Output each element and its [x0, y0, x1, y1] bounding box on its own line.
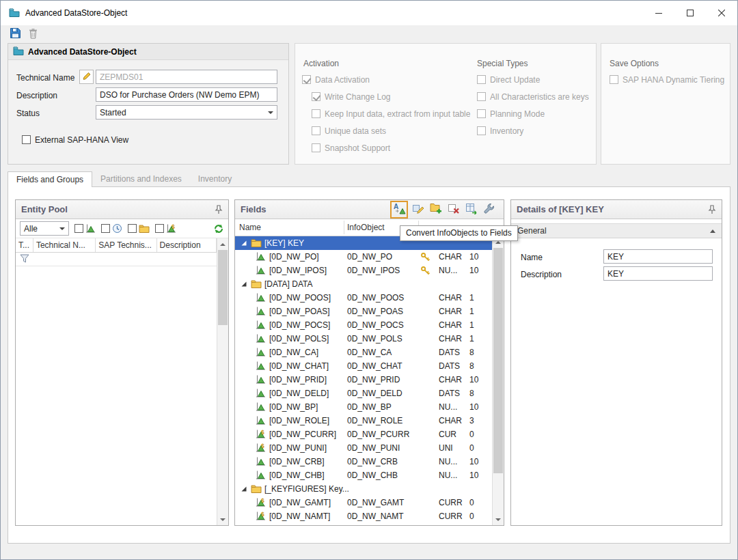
- group-label: [_KEYFIGURES] Key...: [264, 484, 349, 494]
- field-length: 10: [469, 457, 478, 466]
- tab-partitions-and-indexes[interactable]: Partitions and Indexes: [92, 171, 190, 187]
- fields-field-row[interactable]: [0D_NW_POAS]0D_NW_POASCHAR1: [235, 305, 492, 318]
- fields-group-row[interactable]: [DATA] DATA: [235, 277, 492, 291]
- edit-field-button[interactable]: [411, 202, 426, 217]
- general-section-header[interactable]: General: [511, 223, 722, 238]
- checkbox-all-characteristics-are-keys[interactable]: [477, 92, 486, 101]
- scroll-up-icon[interactable]: [217, 238, 228, 250]
- minimize-button[interactable]: [643, 1, 674, 25]
- fields-field-row[interactable]: $[0D_NW_PCURR]0D_NW_PCURRCUR0: [235, 428, 492, 441]
- fields-field-row[interactable]: [0D_NW_PRID]0D_NW_PRIDCHAR10: [235, 373, 492, 387]
- entity-filter-time-checkbox[interactable]: [101, 224, 110, 233]
- checkbox-data-activation[interactable]: [302, 75, 311, 84]
- fields-field-row[interactable]: [0D_NW_BP]0D_NW_BPNU...10: [235, 400, 492, 414]
- entity-pool-column-description[interactable]: Description: [157, 238, 217, 252]
- move-field-button[interactable]: [464, 202, 479, 217]
- description-input[interactable]: DSO for Purchase Orders (NW Demo EPM): [96, 87, 277, 102]
- save-button[interactable]: [8, 27, 23, 42]
- field-name: [0D_NW_BP]: [269, 402, 318, 412]
- entity-pool-filter-row[interactable]: [16, 253, 217, 266]
- fields-field-row[interactable]: [0D_NW_IPOS]0D_NW_IPOSNU...10: [235, 264, 492, 277]
- fields-field-row[interactable]: [0D_NW_POCS]0D_NW_POCSCHAR1: [235, 318, 492, 332]
- scroll-down-icon[interactable]: [493, 514, 504, 525]
- fields-field-row[interactable]: [0D_NW_ROLE]0D_NW_ROLECHAR3: [235, 414, 492, 428]
- activation-title: Activation: [303, 59, 339, 68]
- convert-infoobjects-button[interactable]: A: [390, 201, 408, 219]
- fields-field-row[interactable]: [0D_NW_PO]0D_NW_POCHAR10: [235, 250, 492, 264]
- description-value: DSO for Purchase Orders (NW Demo EPM): [100, 90, 259, 100]
- maximize-button[interactable]: [674, 1, 706, 25]
- expander-icon[interactable]: [241, 486, 247, 492]
- checkbox-planning-mode[interactable]: [477, 109, 486, 118]
- fields-group-row[interactable]: [_KEYFIGURES] Key...: [235, 482, 492, 496]
- details-name-input[interactable]: KEY: [603, 249, 713, 264]
- entity-filter-keyfigure-checkbox[interactable]: [155, 224, 164, 233]
- details-description-input[interactable]: KEY: [603, 266, 713, 281]
- main-content: Entity Pool Alle $ T...Technical N...SAP…: [8, 186, 730, 544]
- folder-icon: [251, 484, 262, 494]
- fields-field-row[interactable]: $[0D_NW_PUNI]0D_NW_PUNIUNI0: [235, 441, 492, 455]
- fields-field-row[interactable]: [0D_NW_DELD]0D_NW_DELDDATS8: [235, 387, 492, 400]
- field-infoobject: 0D_NW_POOS: [347, 293, 404, 303]
- key-icon: [420, 266, 430, 276]
- fields-field-row[interactable]: [0D_NW_CA]0D_NW_CADATS8: [235, 346, 492, 359]
- tab-fields-and-groups[interactable]: Fields and Groups: [8, 171, 92, 187]
- checkbox-write-change-log[interactable]: [312, 92, 320, 101]
- add-group-button[interactable]: [428, 202, 443, 217]
- option-inventory: Inventory: [477, 122, 589, 139]
- entity-pool-column-sap-technis[interactable]: SAP Technis...: [96, 238, 156, 252]
- entity-pool-scrollbar[interactable]: [217, 238, 228, 525]
- advanced-datastore-object-window: Advanced DataStore-Object Advanced DataS…: [0, 0, 738, 560]
- checkbox-direct-update[interactable]: [477, 75, 486, 84]
- details-pin-icon[interactable]: [708, 205, 716, 214]
- fields-field-row[interactable]: [0D_NW_CHB]0D_NW_CHBNU...10: [235, 468, 492, 482]
- entity-pool-column-t[interactable]: T...: [16, 238, 33, 252]
- pin-icon[interactable]: [215, 205, 223, 214]
- checkbox-inventory[interactable]: [477, 126, 486, 135]
- checkbox-unique-data-sets[interactable]: [312, 126, 320, 135]
- field-length: 1: [469, 293, 474, 303]
- field-infoobject: 0D_NW_IPOS: [347, 266, 400, 275]
- field-infoobject: 0D_NW_CHAT: [347, 361, 402, 371]
- refresh-icon[interactable]: [213, 223, 224, 234]
- edit-technical-name-button[interactable]: [79, 70, 94, 84]
- chevron-down-icon: [59, 227, 65, 230]
- fields-field-row[interactable]: [0D_NW_POOS]0D_NW_POOSCHAR1: [235, 291, 492, 305]
- fields-scrollbar[interactable]: [492, 236, 504, 525]
- field-datatype: NU...: [439, 266, 457, 275]
- checkbox-keep-input-data-extract-from-input-table[interactable]: [312, 109, 320, 118]
- scroll-down-icon[interactable]: [217, 514, 228, 525]
- fields-field-row[interactable]: $[0D_NW_GAMT]0D_NW_GAMTCURR0: [235, 496, 492, 509]
- fields-field-row[interactable]: [0D_NW_CHAT]0D_NW_CHATDATS8: [235, 359, 492, 373]
- field-infoobject: 0D_NW_PCURR: [347, 430, 409, 439]
- characteristic-icon: [256, 306, 266, 316]
- expander-icon[interactable]: [241, 281, 247, 288]
- field-length: 3: [469, 416, 474, 425]
- external-hana-view-checkbox[interactable]: [22, 135, 31, 144]
- fields-field-row[interactable]: [0D_NW_CRB]0D_NW_CRBNU...10: [235, 455, 492, 468]
- expander-icon[interactable]: [241, 240, 247, 247]
- checkbox-sap-hana-dynamic-tiering[interactable]: [610, 75, 618, 84]
- label-planning-mode: Planning Mode: [490, 109, 545, 119]
- entity-filter-unit-checkbox[interactable]: [128, 224, 137, 233]
- fields-field-row[interactable]: $: [235, 523, 492, 525]
- field-datatype: CHAR: [439, 375, 462, 384]
- technical-name-input[interactable]: ZEPMDS01: [96, 70, 277, 84]
- field-name: [0D_NW_PCURR]: [269, 430, 336, 439]
- delete-button[interactable]: [25, 27, 40, 42]
- manage-fields-button[interactable]: [482, 202, 497, 217]
- field-length: 1: [469, 320, 474, 330]
- field-name: [0D_NW_CHB]: [269, 471, 325, 480]
- fields-field-row[interactable]: $[0D_NW_NAMT]0D_NW_NAMTCURR0: [235, 509, 492, 523]
- status-dropdown[interactable]: Started: [96, 105, 277, 120]
- remove-field-button[interactable]: [446, 202, 461, 217]
- tab-inventory[interactable]: Inventory: [190, 171, 240, 187]
- entity-filter-characteristic-checkbox[interactable]: [74, 224, 83, 233]
- entity-pool-column-headers: T...Technical N...SAP Technis...Descript…: [16, 238, 217, 253]
- entity-pool-column-technical-n[interactable]: Technical N...: [33, 238, 96, 252]
- entity-pool-filter-dropdown[interactable]: Alle: [20, 221, 69, 236]
- titlebar[interactable]: Advanced DataStore-Object: [1, 1, 737, 25]
- close-button[interactable]: [706, 1, 737, 25]
- fields-field-row[interactable]: [0D_NW_POLS]0D_NW_POLSCHAR1: [235, 332, 492, 346]
- checkbox-snapshot-support[interactable]: [312, 143, 320, 152]
